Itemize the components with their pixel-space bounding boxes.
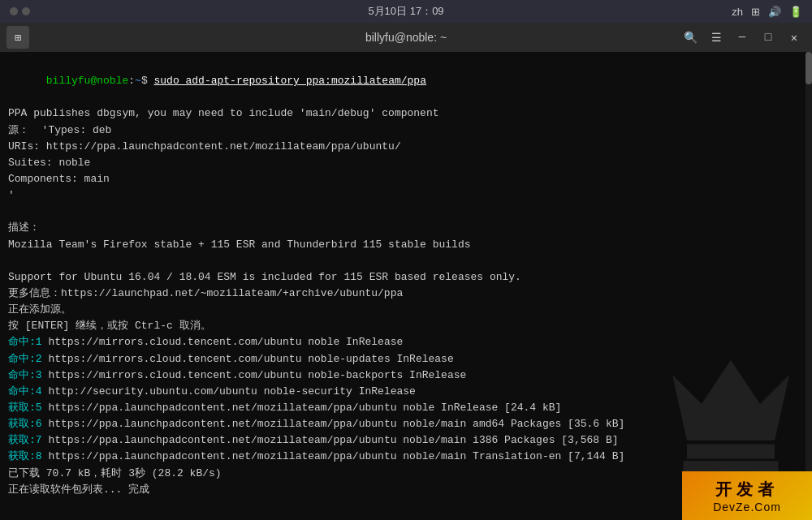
terminal-line-adding: 正在添加源。	[8, 302, 804, 318]
terminal-title: billyfu@noble: ~	[365, 31, 447, 44]
titlebar-controls: 🔍 ☰ ─ □ ✕	[679, 26, 806, 49]
terminal-line-enter: 按 [ENTER] 继续，或按 Ctrl-c 取消。	[8, 318, 804, 334]
terminal-line-prompt: billyfu@noble:~$ sudo add-apt-repository…	[8, 57, 804, 105]
terminal-line-hit2: 命中:2 https://mirrors.cloud.tencent.com/u…	[8, 351, 804, 367]
terminal-titlebar: ⊞ billyfu@noble: ~ 🔍 ☰ ─ □ ✕	[0, 23, 812, 52]
terminal-line-fetch7: 获取:7 https://ppa.launchpadcontent.net/mo…	[8, 432, 804, 449]
maximize-icon: □	[765, 31, 771, 44]
search-icon: 🔍	[684, 31, 698, 45]
terminal-icon-button[interactable]: ⊞	[6, 26, 29, 49]
taskbar-network-icon: ⊞	[751, 6, 760, 18]
terminal-line-6: '	[8, 187, 804, 204]
terminal-line-fetch6: 获取:6 https://ppa.launchpadcontent.net/mo…	[8, 416, 804, 432]
scrollbar[interactable]	[806, 52, 812, 520]
taskbar-dot-1	[10, 7, 18, 15]
prompt-user: billyfu	[46, 75, 91, 87]
terminal-content[interactable]: billyfu@noble:~$ sudo add-apt-repository…	[0, 52, 812, 520]
terminal-line-3: URIs: https://ppa.launchpadcontent.net/m…	[8, 139, 804, 155]
terminal-line-blank1	[8, 204, 804, 220]
terminal-line-fetch8: 获取:8 https://ppa.launchpadcontent.net/mo…	[8, 449, 804, 465]
taskbar-right: zh ⊞ 🔊 🔋	[732, 6, 802, 18]
close-button[interactable]: ✕	[783, 26, 806, 49]
menu-button[interactable]: ☰	[705, 26, 728, 49]
scroll-thumb[interactable]	[806, 52, 812, 84]
devzecom-badge: 开发者 DevZe.Com	[682, 471, 812, 520]
taskbar-lang: zh	[732, 6, 743, 18]
terminal-line-more-info: 更多信息：https://launchpad.net/~mozillateam/…	[8, 286, 804, 302]
menu-icon: ☰	[711, 31, 722, 45]
taskbar-battery-icon: 🔋	[789, 6, 802, 18]
taskbar: 5月10日 17：09 zh ⊞ 🔊 🔋	[0, 0, 812, 23]
terminal-line-hit4: 命中:4 http://security.ubuntu.com/ubuntu n…	[8, 384, 804, 400]
terminal-line-hit3: 命中:3 https://mirrors.cloud.tencent.com/u…	[8, 367, 804, 384]
terminal-line-hit1: 命中:1 https://mirrors.cloud.tencent.com/u…	[8, 334, 804, 350]
search-button[interactable]: 🔍	[679, 26, 702, 49]
minimize-button[interactable]: ─	[731, 26, 754, 49]
devzecom-bottom-text: DevZe.Com	[713, 501, 781, 514]
terminal-line-1: PPA publishes dbgsym, you may need to in…	[8, 105, 804, 122]
taskbar-volume-icon: 🔊	[768, 6, 781, 18]
terminal-line-fetch5: 获取:5 https://ppa.launchpadcontent.net/mo…	[8, 400, 804, 416]
titlebar-left: ⊞	[6, 26, 29, 49]
maximize-button[interactable]: □	[757, 26, 780, 49]
terminal-line-4: Suites: noble	[8, 155, 804, 171]
terminal-line-support: Support for Ubuntu 16.04 / 18.04 ESM is …	[8, 269, 804, 286]
taskbar-dots	[10, 7, 30, 15]
taskbar-dot-2	[22, 7, 30, 15]
close-icon: ✕	[791, 31, 797, 45]
terminal-line-blank2	[8, 253, 804, 269]
devzecom-top-text: 开发者	[715, 479, 779, 501]
minimize-icon: ─	[739, 31, 745, 44]
terminal-window: ⊞ billyfu@noble: ~ 🔍 ☰ ─ □ ✕	[0, 23, 812, 520]
taskbar-time: 5月10日 17：09	[368, 4, 443, 19]
command-text: sudo add-apt-repository ppa:mozillateam/…	[153, 75, 425, 87]
terminal-icon: ⊞	[15, 31, 21, 45]
terminal-line-2: 源： 'Types: deb	[8, 122, 804, 139]
terminal-line-desc: Mozilla Team's Firefox stable + 115 ESR …	[8, 237, 804, 253]
taskbar-left	[10, 7, 30, 15]
terminal-line-desc-label: 描述：	[8, 220, 804, 236]
terminal-line-5: Components: main	[8, 171, 804, 187]
